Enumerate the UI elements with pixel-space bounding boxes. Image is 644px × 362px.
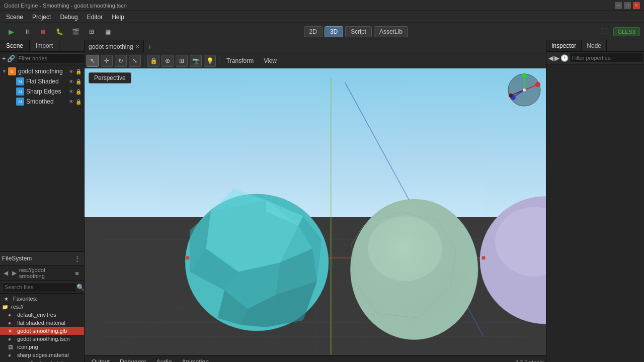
fs-favorites-label: Favorites:: [13, 296, 37, 302]
fs-breadcrumb: res://godot smoothing: [19, 267, 71, 279]
fs-forward-button[interactable]: ▶: [11, 269, 18, 277]
add-node-button[interactable]: +: [2, 53, 6, 63]
tab-audio[interactable]: Audio: [151, 357, 177, 363]
tab-output[interactable]: Output: [87, 357, 115, 363]
movie-button[interactable]: 🎬: [68, 25, 83, 39]
transform-menu-button[interactable]: Transform: [222, 56, 258, 65]
assetlib-label: AssetLib: [379, 28, 403, 35]
view-menu-button[interactable]: View: [260, 56, 281, 65]
scene-tab-close[interactable]: ✕: [135, 44, 139, 49]
viewport-3d[interactable]: Perspective: [85, 68, 546, 355]
minimize-button[interactable]: ─: [615, 2, 622, 9]
window-title: Godot Engine - Smoothing - godot.smoothi…: [4, 3, 615, 9]
fs-item-default-env[interactable]: ● default_env.tres: [0, 311, 84, 319]
menubar: Scene Project Debug Editor Help: [0, 11, 644, 23]
fs-search-input[interactable]: [2, 282, 76, 292]
fs-item-res[interactable]: 📁 res://: [0, 303, 84, 311]
fs-item-godot-smoothing-tscn[interactable]: ● godot smoothing.tscn: [0, 335, 84, 343]
fs-item-godot-smoothing-glb[interactable]: ✕ godot smoothing.glb: [0, 327, 84, 335]
perspective-label[interactable]: Perspective: [89, 72, 131, 83]
layout-button-1[interactable]: ⊞: [85, 25, 99, 39]
group-tool-button[interactable]: ⊕: [162, 55, 174, 67]
fs-item-sharp-edges-mat[interactable]: ● sharp edges.material: [0, 351, 84, 359]
layout-button-2[interactable]: ▦: [101, 25, 115, 39]
tree-arrow: ▼: [2, 69, 8, 74]
snap-tool-button[interactable]: ⊞: [176, 55, 188, 67]
gizmo-svg: [507, 72, 542, 108]
tab-inspector[interactable]: Inspector: [546, 40, 582, 51]
close-button[interactable]: ✕: [633, 2, 640, 9]
tab-node[interactable]: Node: [582, 40, 607, 51]
lock-tool-button[interactable]: 🔒: [147, 55, 159, 67]
filter-properties-input[interactable]: [570, 53, 644, 63]
filesystem-panel: FileSystem ⋮ ◀ ▶ res://godot smoothing ≡…: [0, 251, 84, 362]
fs-item-icon-png[interactable]: 🖼 icon.png: [0, 343, 84, 351]
tree-item-smoothed[interactable]: M Smoothed 👁 🔒: [0, 97, 84, 107]
tab-debugger[interactable]: Debugger: [115, 357, 151, 363]
rotate-tool-button[interactable]: ↻: [115, 55, 127, 67]
star-icon: ★: [4, 296, 11, 302]
fs-item-label: sharp edges.material: [17, 352, 69, 358]
tree-item-godot-smoothing[interactable]: ▼ N godot smoothing 👁 🔒: [0, 66, 84, 76]
tree-item-visibility[interactable]: 👁: [68, 68, 75, 75]
pause-button[interactable]: ⏸: [20, 25, 34, 39]
inspector-back-button[interactable]: ◀: [548, 53, 553, 63]
right-sphere: [480, 197, 546, 324]
light-tool-button[interactable]: 💡: [204, 55, 216, 67]
scene-tab-godot-smoothing[interactable]: godot smoothing ✕: [85, 40, 144, 53]
png-icon: 🖼: [8, 344, 15, 350]
scale-tool-button[interactable]: ⤡: [129, 55, 141, 67]
mode-3d-button[interactable]: 3D: [325, 26, 343, 37]
tree-item-lock-4[interactable]: 🔒: [75, 98, 82, 105]
menu-project[interactable]: Project: [28, 13, 55, 22]
tree-item-flat-shaded[interactable]: M Flat Shaded 👁 🔒: [0, 76, 84, 86]
fs-item-smoothed-mat[interactable]: ● smoothed.material: [0, 359, 84, 362]
script-button[interactable]: Script: [345, 26, 372, 37]
glb-icon: ✕: [8, 328, 15, 334]
orientation-gizmo[interactable]: [507, 72, 542, 108]
move-tool-button[interactable]: ✛: [101, 55, 113, 67]
left-panel-tabs: Scene Import: [0, 40, 84, 52]
stop-button[interactable]: ⏹: [36, 25, 50, 39]
tree-item-lock-2[interactable]: 🔒: [75, 78, 82, 85]
filesystem-menu-button[interactable]: ⋮: [72, 253, 82, 263]
material-icon-2: ●: [8, 352, 15, 358]
tree-item-lock[interactable]: 🔒: [75, 68, 82, 75]
menu-help[interactable]: Help: [108, 13, 128, 22]
menu-scene[interactable]: Scene: [2, 13, 27, 22]
link-node-button[interactable]: 🔗: [7, 53, 15, 63]
select-tool-button[interactable]: ↖: [87, 55, 99, 67]
material-icon: ●: [8, 320, 15, 326]
tree-item-lock-3[interactable]: 🔒: [75, 88, 82, 95]
add-scene-tab-button[interactable]: +: [144, 43, 156, 51]
menu-editor[interactable]: Editor: [83, 13, 107, 22]
tree-item-visibility-2[interactable]: 👁: [68, 78, 75, 85]
menu-debug[interactable]: Debug: [56, 13, 82, 22]
tree-item-label: Flat Shaded: [26, 78, 68, 85]
fullscreen-button[interactable]: ⛶: [597, 25, 611, 39]
fs-item-label: godot smoothing.tscn: [17, 336, 70, 342]
tab-animation[interactable]: Animation: [177, 357, 213, 363]
fs-item-flat-shaded-mat[interactable]: ● flat shaded.material: [0, 319, 84, 327]
mesh-icon: M: [16, 87, 24, 96]
svg-point-43: [522, 73, 527, 78]
fs-layout-button[interactable]: ≡: [72, 268, 82, 278]
fs-search-button[interactable]: 🔍: [76, 282, 85, 292]
maximize-button[interactable]: □: [624, 2, 631, 9]
tab-scene[interactable]: Scene: [0, 40, 30, 51]
filter-nodes-input[interactable]: [16, 53, 91, 63]
inspector-history-button[interactable]: 🕐: [560, 53, 569, 63]
tree-item-visibility-4[interactable]: 👁: [68, 98, 75, 105]
debug-button[interactable]: 🐛: [52, 25, 66, 39]
fs-back-button[interactable]: ◀: [2, 269, 10, 277]
play-button[interactable]: ▶: [4, 25, 18, 39]
tab-import[interactable]: Import: [30, 40, 59, 51]
tree-item-sharp-edges[interactable]: M Sharp Edges 👁 🔒: [0, 86, 84, 97]
tree-item-visibility-3[interactable]: 👁: [68, 88, 75, 95]
inspector-toolbar: ◀ ▶ 🕐 🔍: [546, 52, 644, 64]
camera-tool-button[interactable]: 📷: [190, 55, 202, 67]
inspector-forward-button[interactable]: ▶: [554, 53, 559, 63]
assetlib-button[interactable]: AssetLib: [374, 26, 408, 37]
mode-2d-button[interactable]: 2D: [304, 26, 323, 37]
version-status: 3.3.2 stable: [515, 359, 544, 363]
